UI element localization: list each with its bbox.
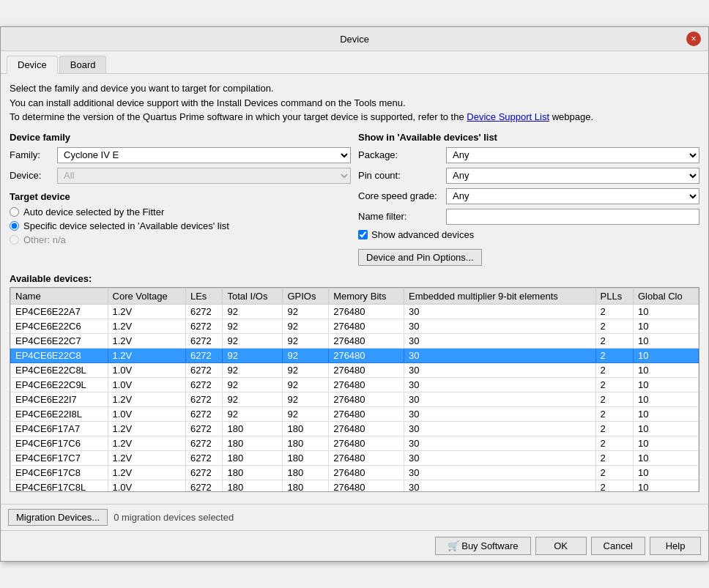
radio-specific-label: Specific device selected in 'Available d…: [23, 220, 229, 231]
family-label: Family:: [10, 149, 57, 160]
cancel-button[interactable]: Cancel: [591, 537, 645, 555]
bottom-bar: Migration Devices... 0 migration devices…: [1, 504, 708, 530]
migration-devices-button[interactable]: Migration Devices...: [8, 509, 108, 526]
radio-auto-label: Auto device selected by the Fitter: [23, 206, 164, 217]
desc-line3: To determine the version of the Quartus …: [10, 110, 699, 124]
col-global-clk: Global Clo: [634, 288, 699, 304]
devices-table-container[interactable]: Name Core Voltage LEs Total I/Os GPIOs M…: [10, 287, 699, 492]
col-core-voltage: Core Voltage: [108, 288, 185, 304]
package-label: Package:: [358, 149, 446, 160]
radio-other-label: Other: n/a: [23, 234, 66, 245]
show-advanced-label: Show advanced devices: [371, 229, 474, 240]
core-speed-row: Core speed grade: Any: [358, 188, 699, 204]
tab-bar: Device Board: [1, 51, 708, 74]
desc-line3-prefix: To determine the version of the Quartus …: [10, 111, 467, 122]
core-speed-label: Core speed grade:: [358, 190, 446, 201]
right-col: Show in 'Available devices' list Package…: [358, 132, 699, 266]
tab-device[interactable]: Device: [7, 56, 58, 74]
table-row[interactable]: EP4CE6F17A71.2V627218018027648030210: [11, 421, 699, 436]
col-total-ios: Total I/Os: [223, 288, 283, 304]
left-col: Device family Family: Cyclone IV E Devic…: [10, 132, 351, 266]
show-advanced-checkbox[interactable]: [358, 230, 368, 239]
package-row: Package: Any: [358, 147, 699, 163]
col-name: Name: [11, 288, 108, 304]
core-speed-select[interactable]: Any: [446, 188, 699, 204]
radio-specific-row: Specific device selected in 'Available d…: [10, 220, 351, 231]
table-row[interactable]: EP4CE6E22C9L1.0V6272929227648030210: [11, 377, 699, 392]
desc-line2: You can install additional device suppor…: [10, 96, 699, 111]
table-row[interactable]: EP4CE6F17C61.2V627218018027648030210: [11, 436, 699, 450]
description-block: Select the family and device you want to…: [10, 81, 699, 124]
col-les: LEs: [185, 288, 223, 304]
footer: 🛒 Buy Software OK Cancel Help: [1, 530, 708, 561]
target-device-label: Target device: [10, 191, 351, 202]
pin-count-row: Pin count: Any: [358, 168, 699, 184]
table-row[interactable]: EP4CE6F17C8L1.0V627218018027648030210: [11, 480, 699, 492]
table-row[interactable]: EP4CE6F17C71.2V627218018027648030210: [11, 450, 699, 465]
table-row[interactable]: EP4CE6E22C8L1.0V6272929227648030210: [11, 362, 699, 377]
desc-line3-suffix: webpage.: [549, 111, 593, 122]
show-advanced-row: Show advanced devices: [358, 229, 699, 240]
show-in-list-label: Show in 'Available devices' list: [358, 132, 699, 143]
col-gpios: GPIOs: [283, 288, 329, 304]
name-filter-input[interactable]: [446, 209, 699, 225]
radio-auto[interactable]: [10, 207, 19, 217]
two-col-section: Device family Family: Cyclone IV E Devic…: [10, 132, 699, 266]
tab-board[interactable]: Board: [59, 56, 107, 73]
migration-text: 0 migration devices selected: [114, 512, 701, 523]
table-header-row: Name Core Voltage LEs Total I/Os GPIOs M…: [11, 288, 699, 304]
table-row[interactable]: EP4CE6E22I8L1.0V6272929227648030210: [11, 406, 699, 421]
table-row[interactable]: EP4CE6E22A71.2V6272929227648030210: [11, 304, 699, 319]
pin-count-label: Pin count:: [358, 170, 446, 181]
family-row: Family: Cyclone IV E: [10, 147, 351, 163]
device-dialog: Device × Device Board Select the family …: [0, 26, 709, 562]
dialog-title: Device: [23, 34, 686, 45]
devices-table: Name Core Voltage LEs Total I/Os GPIOs M…: [10, 288, 699, 492]
pin-count-select[interactable]: Any: [446, 168, 699, 184]
available-devices-label: Available devices:: [10, 273, 699, 284]
help-button[interactable]: Help: [650, 537, 701, 555]
device-select[interactable]: All: [57, 168, 351, 184]
device-support-link[interactable]: Device Support List: [467, 111, 549, 122]
package-select[interactable]: Any: [446, 147, 699, 163]
desc-line1: Select the family and device you want to…: [10, 81, 699, 96]
buy-software-button[interactable]: 🛒 Buy Software: [435, 537, 531, 555]
device-row: Device: All: [10, 168, 351, 184]
target-device-section: Target device Auto device selected by th…: [10, 191, 351, 245]
table-row[interactable]: EP4CE6E22C61.2V6272929227648030210: [11, 319, 699, 333]
table-row[interactable]: EP4CE6F17C81.2V627218018027648030210: [11, 465, 699, 480]
table-row[interactable]: EP4CE6E22C71.2V6272929227648030210: [11, 333, 699, 348]
ok-button[interactable]: OK: [535, 537, 587, 555]
main-content: Select the family and device you want to…: [1, 74, 708, 499]
radio-specific[interactable]: [10, 221, 19, 231]
title-bar: Device ×: [1, 27, 708, 51]
table-row[interactable]: EP4CE6E22I71.2V6272929227648030210: [11, 392, 699, 406]
radio-other-row: Other: n/a: [10, 234, 351, 245]
table-row[interactable]: EP4CE6E22C81.2V6272929227648030210: [11, 348, 699, 362]
name-filter-label: Name filter:: [358, 211, 446, 222]
device-label: Device:: [10, 170, 57, 181]
device-pin-options-button[interactable]: Device and Pin Options...: [358, 249, 482, 266]
radio-auto-row: Auto device selected by the Fitter: [10, 206, 351, 217]
family-select[interactable]: Cyclone IV E: [57, 147, 351, 163]
device-family-label: Device family: [10, 132, 351, 143]
col-plls: PLLs: [595, 288, 633, 304]
close-button[interactable]: ×: [686, 31, 701, 46]
name-filter-row: Name filter:: [358, 209, 699, 225]
devices-tbody: EP4CE6E22A71.2V6272929227648030210EP4CE6…: [11, 304, 699, 492]
col-emb-mult: Embedded multiplier 9-bit elements: [404, 288, 596, 304]
radio-other[interactable]: [10, 235, 19, 245]
col-memory-bits: Memory Bits: [329, 288, 404, 304]
